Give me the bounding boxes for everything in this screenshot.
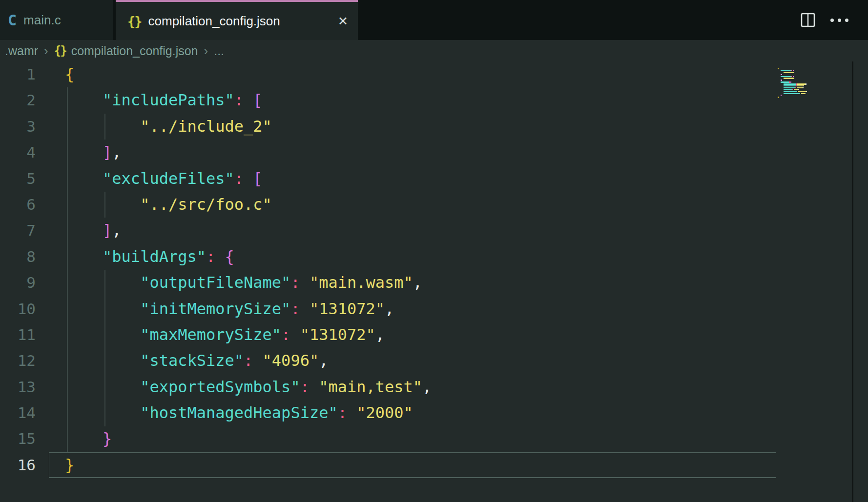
- code-line[interactable]: 9 "outputFileName": "main.wasm",: [0, 270, 868, 296]
- minimap[interactable]: [778, 68, 852, 99]
- line-number[interactable]: 4: [0, 140, 49, 165]
- code-token: {: [225, 247, 234, 266]
- code-line[interactable]: 11 "maxMemorySize": "131072",: [0, 322, 868, 348]
- line-number[interactable]: 15: [0, 426, 49, 452]
- code-token: ,: [375, 325, 385, 344]
- code-token: :: [300, 378, 310, 396]
- code-token: [290, 325, 300, 344]
- code-token: [347, 403, 356, 422]
- code-line[interactable]: 16}: [0, 452, 868, 478]
- code-token: "buildArgs": [103, 247, 206, 266]
- minimap-line: [778, 81, 852, 82]
- code-line[interactable]: 12 "stackSize": "4096",: [0, 348, 868, 374]
- code-token: [215, 247, 225, 266]
- line-number[interactable]: 10: [0, 296, 49, 322]
- code-line[interactable]: 3 "../include_2": [0, 114, 868, 140]
- code-line[interactable]: 2 "includePaths": [: [0, 87, 868, 113]
- minimap-line: [778, 89, 852, 90]
- breadcrumb-item-file[interactable]: compilation_config.json: [71, 44, 198, 58]
- code-line-content: "buildArgs": {: [49, 244, 868, 270]
- code-token: [300, 273, 310, 292]
- code-token: [65, 143, 103, 161]
- code-token: "stackSize": [140, 351, 244, 370]
- code-line-content: {: [49, 61, 868, 87]
- minimap-line: [778, 91, 852, 92]
- code-line-content: ],: [49, 218, 868, 243]
- code-token: ]: [103, 221, 112, 240]
- tab-compilation-config-json[interactable]: {} compilation_config.json ✕: [116, 0, 358, 40]
- code-token: [244, 169, 253, 188]
- code-line[interactable]: 4 ],: [0, 140, 868, 165]
- code-line[interactable]: 1{: [0, 61, 868, 87]
- minimap-line: [778, 72, 852, 73]
- code-token: "maxMemorySize": [140, 325, 281, 344]
- more-actions-icon[interactable]: [830, 19, 848, 22]
- line-number[interactable]: 2: [0, 87, 49, 113]
- code-line[interactable]: 15 }: [0, 426, 868, 452]
- code-token: [65, 429, 103, 448]
- minimap-line: [778, 74, 852, 75]
- breadcrumb: .wamr › {} compilation_config.json › ...: [0, 40, 868, 61]
- line-number[interactable]: 16: [0, 452, 49, 478]
- editor-actions: [800, 0, 868, 40]
- code-token: "hostManagedHeapSize": [140, 403, 338, 422]
- code-token: :: [290, 273, 300, 292]
- line-number[interactable]: 5: [0, 166, 49, 192]
- code-token: }: [65, 456, 74, 474]
- close-tab-icon[interactable]: ✕: [338, 15, 348, 27]
- code-token: ,: [413, 273, 422, 292]
- line-number[interactable]: 13: [0, 374, 49, 400]
- code-line[interactable]: 13 "exportedSymbols": "main,test",: [0, 374, 868, 400]
- line-number[interactable]: 11: [0, 322, 49, 348]
- code-token: "4096": [263, 351, 319, 370]
- code-token: [65, 300, 140, 318]
- code-token: :: [206, 247, 215, 266]
- editor-pane[interactable]: 1{2 "includePaths": [3 "../include_2"4 ]…: [0, 61, 868, 502]
- c-file-icon: C: [8, 12, 17, 29]
- line-number[interactable]: 14: [0, 400, 49, 426]
- code-token: [65, 273, 140, 292]
- tab-label: compilation_config.json: [148, 14, 280, 29]
- breadcrumb-item-wamr[interactable]: .wamr: [5, 44, 38, 58]
- split-editor-icon[interactable]: [800, 12, 816, 28]
- code-line-content: ],: [49, 140, 868, 165]
- code-line[interactable]: 7 ],: [0, 218, 868, 243]
- code-line[interactable]: 10 "initMemorySize": "131072",: [0, 296, 868, 322]
- line-number[interactable]: 9: [0, 270, 49, 296]
- code-line-content: "../include_2": [49, 114, 868, 140]
- code-area[interactable]: 1{2 "includePaths": [3 "../include_2"4 ]…: [0, 61, 868, 478]
- line-number[interactable]: 12: [0, 348, 49, 374]
- breadcrumb-item-symbol[interactable]: ...: [214, 44, 224, 58]
- code-token: [253, 351, 262, 370]
- line-number[interactable]: 3: [0, 114, 49, 140]
- minimap-line: [778, 93, 852, 94]
- code-line[interactable]: 5 "excludeFiles": [: [0, 166, 868, 192]
- minimap-line: [778, 97, 852, 98]
- code-token: :: [338, 403, 347, 422]
- minimap-line: [778, 85, 852, 86]
- code-token: [65, 325, 140, 344]
- code-token: :: [281, 325, 290, 344]
- code-line[interactable]: 6 "../src/foo.c": [0, 192, 868, 218]
- minimap-line: [778, 87, 852, 88]
- code-line-content: "excludeFiles": [: [49, 166, 868, 192]
- tab-label: main.c: [23, 13, 61, 28]
- code-token: "2000": [356, 403, 413, 422]
- code-token: :: [290, 300, 300, 318]
- tab-bar: C main.c {} compilation_config.json ✕: [0, 0, 868, 40]
- json-braces-icon: {}: [54, 44, 66, 58]
- minimap-divider: [852, 61, 853, 502]
- code-token: [65, 91, 103, 109]
- chevron-right-icon: ›: [204, 43, 208, 59]
- code-line-content: "maxMemorySize": "131072",: [49, 322, 868, 348]
- line-number[interactable]: 7: [0, 218, 49, 243]
- tab-main-c[interactable]: C main.c: [0, 0, 113, 40]
- code-token: [244, 91, 253, 109]
- code-token: ,: [112, 143, 121, 161]
- line-number[interactable]: 1: [0, 61, 49, 87]
- code-token: [65, 378, 140, 396]
- line-number[interactable]: 6: [0, 192, 49, 218]
- code-line[interactable]: 8 "buildArgs": {: [0, 244, 868, 270]
- code-line[interactable]: 14 "hostManagedHeapSize": "2000": [0, 400, 868, 426]
- line-number[interactable]: 8: [0, 244, 49, 270]
